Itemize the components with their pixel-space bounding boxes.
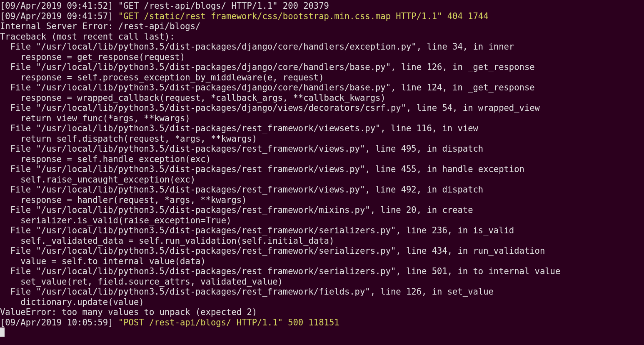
terminal-line: Traceback (most recent call last): [0, 32, 644, 42]
terminal-line: File "/usr/local/lib/python3.5/dist-pack… [0, 103, 644, 113]
terminal-line: dictionary.update(value) [0, 297, 644, 308]
terminal-line: File "/usr/local/lib/python3.5/dist-pack… [0, 225, 644, 236]
terminal-text: set_value(ret, field.source_attrs, valid… [0, 277, 283, 287]
terminal-text: serializer.is_valid(raise_exception=True… [0, 215, 231, 225]
terminal-line: self._validated_data = self.run_validati… [0, 236, 644, 246]
terminal-line: response = get_response(request) [0, 52, 644, 62]
terminal-text: response = handler(request, *args, **kwa… [0, 195, 247, 205]
terminal-line: Internal Server Error: /rest-api/blogs/ [0, 21, 644, 32]
terminal-line: File "/usr/local/lib/python3.5/dist-pack… [0, 287, 644, 297]
terminal-line: return self.dispatch(request, *args, **k… [0, 134, 644, 144]
terminal-text: response = get_response(request) [0, 52, 185, 62]
terminal-text: ValueError: too many values to unpack (e… [0, 307, 257, 317]
terminal-text: File "/usr/local/lib/python3.5/dist-pack… [0, 185, 483, 195]
terminal-line: self.raise_uncaught_exception(exc) [0, 175, 644, 185]
terminal-line: response = wrapped_callback(request, *ca… [0, 93, 644, 103]
terminal-line: response = handler(request, *args, **kwa… [0, 195, 644, 205]
terminal-text: self._validated_data = self.run_validati… [0, 236, 334, 246]
terminal-line: File "/usr/local/lib/python3.5/dist-pack… [0, 62, 644, 72]
terminal-line: File "/usr/local/lib/python3.5/dist-pack… [0, 185, 644, 195]
terminal-line: value = self.to_internal_value(data) [0, 256, 644, 267]
terminal-text: "GET /rest-api/blogs/ HTTP/1.1" 200 2037… [118, 1, 329, 11]
terminal-text: return view_func(*args, **kwargs) [0, 113, 190, 123]
terminal-text: File "/usr/local/lib/python3.5/dist-pack… [0, 42, 514, 52]
terminal-text: [09/Apr/2019 10:05:59] [0, 318, 118, 328]
terminal-line: File "/usr/local/lib/python3.5/dist-pack… [0, 246, 644, 256]
terminal-line: File "/usr/local/lib/python3.5/dist-pack… [0, 205, 644, 215]
terminal-text: File "/usr/local/lib/python3.5/dist-pack… [0, 246, 545, 256]
terminal-text: self.raise_uncaught_exception(exc) [0, 175, 195, 185]
terminal-text: [09/Apr/2019 09:41:57] [0, 11, 118, 21]
terminal-text: return self.dispatch(request, *args, **k… [0, 134, 257, 144]
terminal-line: File "/usr/local/lib/python3.5/dist-pack… [0, 164, 644, 175]
terminal-text: [09/Apr/2019 09:41:52] [0, 1, 118, 11]
terminal-line: File "/usr/local/lib/python3.5/dist-pack… [0, 266, 644, 277]
terminal-line: File "/usr/local/lib/python3.5/dist-pack… [0, 144, 644, 154]
terminal-text: response = self.handle_exception(exc) [0, 154, 211, 164]
terminal-text: "POST /rest-api/blogs/ HTTP/1.1" 500 118… [118, 318, 339, 328]
terminal-cursor-line [0, 328, 644, 338]
terminal-text: response = wrapped_callback(request, *ca… [0, 93, 386, 103]
terminal-text: File "/usr/local/lib/python3.5/dist-pack… [0, 103, 540, 113]
terminal-line: return view_func(*args, **kwargs) [0, 113, 644, 124]
terminal-text: "GET /static/rest_framework/css/bootstra… [118, 11, 489, 21]
terminal-line: [09/Apr/2019 09:41:57] "GET /static/rest… [0, 11, 644, 22]
terminal-line: set_value(ret, field.source_attrs, valid… [0, 277, 644, 287]
terminal-line: File "/usr/local/lib/python3.5/dist-pack… [0, 42, 644, 52]
terminal-text: File "/usr/local/lib/python3.5/dist-pack… [0, 164, 524, 174]
terminal-text: File "/usr/local/lib/python3.5/dist-pack… [0, 205, 473, 215]
terminal-line: ValueError: too many values to unpack (e… [0, 307, 644, 318]
terminal-text: File "/usr/local/lib/python3.5/dist-pack… [0, 144, 483, 154]
terminal-line: File "/usr/local/lib/python3.5/dist-pack… [0, 82, 644, 93]
terminal-text: response = self.process_exception_by_mid… [0, 72, 324, 82]
terminal-output[interactable]: [09/Apr/2019 09:41:52] "GET /rest-api/bl… [0, 0, 644, 338]
terminal-line: serializer.is_valid(raise_exception=True… [0, 215, 644, 226]
terminal-text: dictionary.update(value) [0, 297, 144, 307]
terminal-line: [09/Apr/2019 09:41:52] "GET /rest-api/bl… [0, 1, 644, 11]
terminal-line: File "/usr/local/lib/python3.5/dist-pack… [0, 123, 644, 134]
terminal-line: [09/Apr/2019 10:05:59] "POST /rest-api/b… [0, 318, 644, 328]
terminal-line: response = self.process_exception_by_mid… [0, 72, 644, 83]
terminal-text: value = self.to_internal_value(data) [0, 256, 206, 266]
terminal-line: response = self.handle_exception(exc) [0, 154, 644, 165]
terminal-text: Internal Server Error: /rest-api/blogs/ [0, 21, 200, 31]
terminal-text: File "/usr/local/lib/python3.5/dist-pack… [0, 82, 535, 92]
cursor-icon [0, 328, 5, 337]
terminal-text: File "/usr/local/lib/python3.5/dist-pack… [0, 287, 494, 297]
terminal-text: Traceback (most recent call last): [0, 32, 175, 42]
terminal-text: File "/usr/local/lib/python3.5/dist-pack… [0, 123, 478, 133]
terminal-text: File "/usr/local/lib/python3.5/dist-pack… [0, 266, 560, 276]
terminal-text: File "/usr/local/lib/python3.5/dist-pack… [0, 62, 535, 72]
terminal-text: File "/usr/local/lib/python3.5/dist-pack… [0, 225, 514, 235]
